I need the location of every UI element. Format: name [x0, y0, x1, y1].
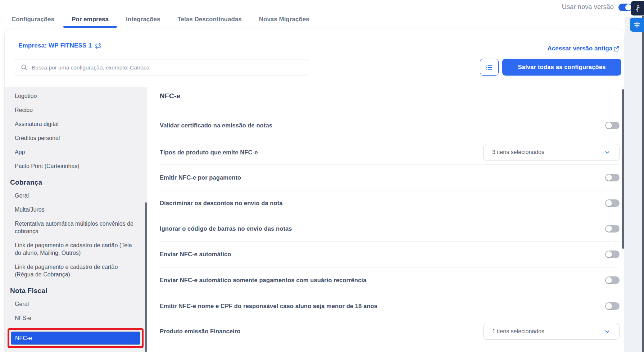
setting-row-tipos-de-produto-que-emite-nfc-e: Tipos de produto que emite NFC-e3 itens … — [160, 140, 620, 165]
setting-row-produto-emissao-financeiro: Produto emissão Financeiro1 itens seleci… — [160, 319, 620, 343]
card-header: Empresa: WP FITNESS 1 Acessar versão ant… — [5, 29, 624, 87]
chatgpt-icon — [633, 21, 641, 28]
external-link-icon — [613, 46, 620, 52]
setting-row-enviar-nfc-e-automatico-somente-pagament: Enviar NFC-e automático somente pagament… — [160, 267, 620, 293]
list-icon — [485, 63, 493, 71]
sidebar-item-link-de-pagamento-e-cadastro-de-cartao-regua-de-cobranca[interactable]: Link de pagamento e cadastro de cartão (… — [15, 263, 138, 278]
toggle-knob — [606, 175, 612, 181]
legacy-version-link[interactable]: Acessar versão antiga — [548, 45, 620, 52]
setting-row-discriminar-os-descontos-no-envio-da-not: Discriminar os descontos no envio da not… — [160, 190, 620, 216]
selected-items-count: 3 itens selecionados — [492, 149, 544, 155]
person-extension-button[interactable] — [631, 1, 644, 15]
sidebar-item-geral[interactable]: Geral — [15, 300, 138, 308]
company-label: Empresa: WP FITNESS 1 — [18, 42, 92, 49]
setting-label: Enviar NFC-e automático — [160, 251, 231, 258]
tab-telas-descontinuadas[interactable]: Telas Descontinuadas — [177, 16, 241, 28]
tab-novas-migracoes[interactable]: Novas Migrações — [259, 16, 309, 28]
toggle-switch[interactable] — [605, 302, 620, 310]
search-input[interactable] — [15, 59, 308, 76]
setting-row-validar-certificado-na-emissao-de-notas: Validar certificado na emissão de notas — [160, 111, 620, 140]
sidebar-item-link-de-pagamento-e-cadastro-de-cartao-tela-do-aluno-mailing-outros[interactable]: Link de pagamento e cadastro de cartão (… — [15, 242, 138, 257]
sidebar-item-multa-juros[interactable]: Multa/Juros — [15, 206, 138, 213]
person-icon — [634, 4, 641, 12]
sidebar-scrollbar-thumb[interactable] — [145, 202, 147, 352]
sidebar-section-heading-nota-fiscal: Nota Fiscal — [10, 287, 138, 295]
company-selector[interactable]: Empresa: WP FITNESS 1 — [18, 42, 101, 49]
toggle-switch[interactable] — [605, 225, 620, 233]
new-version-toggle[interactable] — [618, 4, 632, 11]
sidebar-item-creditos-personal[interactable]: Créditos personal — [15, 134, 138, 142]
toggle-knob — [606, 122, 612, 128]
sidebar-item-pacto-print-carteirinhas[interactable]: Pacto Print (Carteirinhas) — [15, 162, 138, 170]
sidebar-item-nfc-e[interactable]: NFC-e — [11, 331, 140, 345]
setting-row-emitir-nfc-e-por-pagamento: Emitir NFC-e por pagamento — [160, 165, 620, 190]
settings-card: Empresa: WP FITNESS 1 Acessar versão ant… — [4, 29, 625, 352]
main-tab-bar: Configurações Por empresa Integrações Te… — [12, 16, 309, 28]
page-scrollbar-track — [625, 17, 644, 352]
toggle-knob — [606, 303, 612, 309]
setting-label: Enviar NFC-e automático somente pagament… — [160, 277, 366, 284]
sidebar-item-recibo[interactable]: Recibo — [15, 106, 138, 114]
chevron-down-icon — [604, 149, 611, 155]
toggle-switch[interactable] — [605, 174, 620, 181]
list-view-button[interactable] — [480, 59, 499, 76]
toggle-knob — [606, 226, 612, 232]
new-version-label: Usar nova versão — [562, 3, 614, 11]
toggle-switch[interactable] — [605, 122, 620, 129]
search-icon — [21, 64, 28, 71]
setting-label: Emitir NFC-e por pagamento — [160, 174, 241, 181]
setting-label: Discriminar os descontos no envio da not… — [160, 200, 283, 207]
settings-content: NFC-e Validar certificado na emissão de … — [147, 87, 621, 352]
sidebar-item-geral[interactable]: Geral — [15, 192, 138, 199]
sidebar-item-app[interactable]: App — [15, 148, 138, 156]
sidebar-section-heading-cobranca: Cobrança — [10, 179, 138, 186]
content-scrollbar-thumb[interactable] — [622, 89, 624, 249]
setting-label: Emitir NFC-e nome e CPF do responsável c… — [160, 303, 377, 310]
tab-por-empresa[interactable]: Por empresa — [72, 16, 109, 28]
swap-company-icon[interactable] — [95, 43, 101, 49]
tab-configuracoes[interactable]: Configurações — [12, 16, 54, 28]
tab-integracoes[interactable]: Integrações — [126, 16, 160, 28]
selected-items-count: 1 itens selecionados — [492, 328, 544, 335]
page-scrollbar-thumb[interactable] — [642, 16, 644, 352]
legacy-link-label: Acessar versão antiga — [548, 45, 613, 52]
setting-label: Tipos de produto que emite NFC-e — [160, 149, 258, 156]
sidebar-item-assinatura-digital[interactable]: Assinatura digital — [15, 120, 138, 128]
sidebar-item-retentativa-automatica-multiplos-convenios-de-cobranca[interactable]: Retentativa automática múltiplos convêni… — [15, 220, 138, 235]
annotation-highlight-ring: NFC-e — [8, 328, 144, 348]
setting-label: Produto emissão Financeiro — [160, 328, 240, 335]
chatgpt-extension-button[interactable] — [630, 18, 644, 32]
setting-row-enviar-nfc-e-automatico: Enviar NFC-e automático — [160, 242, 620, 267]
toggle-switch[interactable] — [605, 276, 620, 284]
page-title: NFC-e — [160, 87, 620, 111]
multiselect-dropdown[interactable]: 3 itens selecionados — [483, 144, 620, 161]
setting-label: Validar certificado na emissão de notas — [160, 122, 272, 129]
setting-row-ignorar-o-codigo-de-barras-no-envio-das-: Ignorar o código de barras no envio das … — [160, 216, 620, 242]
toggle-knob — [606, 200, 612, 206]
toggle-switch[interactable] — [605, 251, 620, 258]
toggle-knob — [606, 277, 612, 283]
chevron-down-icon — [604, 328, 611, 335]
sidebar-item-logotipo[interactable]: Logotipo — [15, 92, 138, 100]
setting-label: Ignorar o código de barras no envio das … — [160, 225, 292, 232]
multiselect-dropdown[interactable]: 1 itens selecionados — [483, 323, 620, 340]
toggle-knob — [606, 251, 612, 257]
settings-sidebar: LogotipoReciboAssinatura digitalCréditos… — [5, 87, 147, 352]
save-all-button[interactable]: Salvar todas as configurações — [502, 59, 621, 76]
setting-row-emitir-nfc-e-nome-e-cpf-do-responsavel-c: Emitir NFC-e nome e CPF do responsável c… — [160, 293, 620, 319]
toggle-switch[interactable] — [605, 199, 620, 207]
sidebar-item-nfs-e[interactable]: NFS-e — [15, 314, 138, 322]
